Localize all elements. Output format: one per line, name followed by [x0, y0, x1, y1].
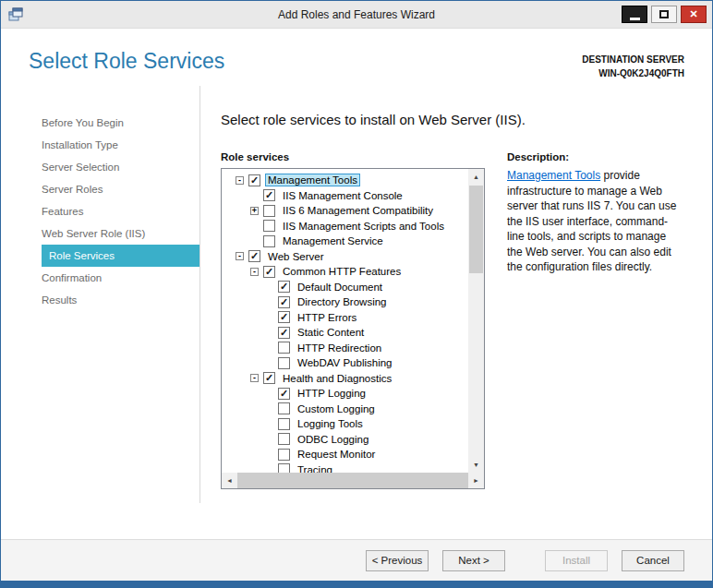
tree-item-management-tools[interactable]: - ✓ Management Tools [222, 173, 468, 188]
expander-icon[interactable]: - [250, 374, 259, 382]
checkbox[interactable]: ✓ [248, 174, 260, 186]
sidebar-item-role-services[interactable]: Role Services [42, 245, 199, 267]
tree-item-label: IIS 6 Management Compatibility [280, 204, 436, 217]
tree-item-default-document[interactable]: ✓ Default Document [222, 280, 468, 295]
page-title: Select Role Services [29, 49, 224, 80]
wizard-window: Add Roles and Features Wizard ✕ Select R… [0, 0, 713, 588]
sidebar-item-web-server-role-iis[interactable]: Web Server Role (IIS) [42, 222, 199, 245]
tree-item-http-redirection[interactable]: HTTP Redirection [222, 341, 468, 356]
horizontal-scrollbar-thumb[interactable] [237, 473, 468, 488]
scroll-left-icon[interactable]: ◄ [222, 473, 237, 488]
tree-item-label: Logging Tools [295, 417, 366, 430]
tree-item-http-errors[interactable]: ✓ HTTP Errors [222, 310, 468, 326]
window-controls: ✕ [622, 6, 707, 23]
expander-icon[interactable]: - [236, 252, 244, 260]
checkbox[interactable] [278, 402, 290, 414]
checkbox[interactable]: ✓ [278, 327, 290, 339]
expander-icon[interactable]: - [236, 176, 244, 185]
checkbox[interactable] [278, 357, 290, 369]
main-content: Select role services to install on Web S… [200, 86, 712, 503]
tree-item-request-monitor[interactable]: Request Monitor [222, 447, 468, 462]
tree-item-web-server[interactable]: - ✓ Web Server [222, 249, 468, 265]
checkbox[interactable]: ✓ [278, 296, 290, 308]
tree-item-odbc-logging[interactable]: ODBC Logging [222, 432, 468, 448]
tree-item-iis-6-management-compatibility[interactable]: + IIS 6 Management Compatibility [222, 203, 468, 219]
checkbox[interactable]: ✓ [263, 189, 275, 201]
next-button[interactable]: Next > [442, 550, 505, 571]
checkbox[interactable]: ✓ [263, 266, 275, 278]
tree-item-label: Directory Browsing [295, 295, 390, 308]
management-tools-link[interactable]: Management Tools [507, 169, 600, 182]
sidebar-item-server-roles[interactable]: Server Roles [42, 178, 199, 200]
role-services-tree[interactable]: - ✓ Management Tools ✓ IIS Management Co… [221, 168, 485, 489]
page-instruction: Select role services to install on Web S… [221, 112, 684, 127]
tree-item-tracing[interactable]: Tracing [222, 462, 468, 474]
sidebar-item-features[interactable]: Features [42, 200, 199, 222]
horizontal-scrollbar[interactable]: ◄ ► [222, 473, 484, 488]
tree-item-http-logging[interactable]: ✓ HTTP Logging [222, 386, 468, 402]
tree-item-label: Static Content [295, 326, 367, 339]
checkbox[interactable] [278, 463, 290, 473]
minimize-button[interactable] [622, 6, 647, 23]
checkbox[interactable] [263, 235, 275, 247]
tree-item-label: HTTP Redirection [295, 342, 384, 354]
tree-item-label: Web Server [265, 250, 327, 263]
sidebar-item-server-selection[interactable]: Server Selection [42, 156, 199, 178]
tree-item-label: Tracing [295, 463, 335, 473]
tree-item-custom-logging[interactable]: Custom Logging [222, 402, 468, 417]
tree-item-iis-management-scripts-and-tools[interactable]: IIS Management Scripts and Tools [222, 219, 468, 234]
scroll-up-icon[interactable]: ▲ [468, 169, 484, 185]
close-button[interactable]: ✕ [681, 6, 707, 23]
checkbox[interactable]: ✓ [263, 372, 275, 384]
description-body: provide infrastructure to manage a Web s… [507, 169, 676, 273]
titlebar: Add Roles and Features Wizard ✕ [1, 1, 712, 29]
scroll-right-icon[interactable]: ► [468, 473, 484, 488]
destination-server-name: WIN-Q0K2J4Q0FTH [582, 67, 684, 81]
tree-item-static-content[interactable]: ✓ Static Content [222, 325, 468, 341]
checkbox[interactable]: ✓ [278, 281, 290, 293]
checkbox[interactable] [263, 205, 275, 217]
tree-item-label: HTTP Errors [295, 311, 359, 324]
tree-item-common-http-features[interactable]: - ✓ Common HTTP Features [222, 264, 468, 280]
wizard-body: Before You BeginInstallation TypeServer … [1, 86, 712, 503]
tree-item-directory-browsing[interactable]: ✓ Directory Browsing [222, 294, 468, 310]
checkbox[interactable] [278, 449, 290, 461]
expander-icon[interactable]: - [250, 268, 259, 276]
role-services-tree-rows: - ✓ Management Tools ✓ IIS Management Co… [222, 169, 468, 473]
sidebar-item-confirmation[interactable]: Confirmation [42, 267, 199, 289]
scroll-down-icon[interactable]: ▼ [468, 457, 484, 473]
vertical-scrollbar-thumb[interactable] [469, 186, 483, 273]
tree-item-label: IIS Management Console [280, 189, 405, 202]
checkbox[interactable]: ✓ [278, 388, 290, 400]
sidebar-item-installation-type[interactable]: Installation Type [42, 134, 199, 156]
tree-item-logging-tools[interactable]: Logging Tools [222, 416, 468, 432]
checkbox[interactable]: ✓ [278, 311, 290, 323]
window-title: Add Roles and Features Wizard [1, 1, 712, 29]
tree-item-iis-management-console[interactable]: ✓ IIS Management Console [222, 188, 468, 204]
role-services-column: Role services - ✓ Management Tools ✓ IIS… [221, 151, 485, 489]
tree-item-management-service[interactable]: Management Service [222, 234, 468, 249]
checkbox[interactable]: ✓ [248, 250, 260, 262]
cancel-button[interactable]: Cancel [622, 550, 684, 571]
previous-button[interactable]: < Previous [366, 550, 429, 571]
tree-item-webdav-publishing[interactable]: WebDAV Publishing [222, 355, 468, 371]
sidebar-item-results[interactable]: Results [42, 289, 199, 311]
wizard-footer: < Previous Next > Install Cancel [1, 539, 712, 581]
checkbox[interactable] [278, 433, 290, 445]
tree-item-health-and-diagnostics[interactable]: - ✓ Health and Diagnostics [222, 371, 468, 387]
close-icon: ✕ [689, 8, 697, 20]
tree-item-label: Management Service [280, 234, 386, 247]
tree-item-label: HTTP Logging [295, 387, 369, 400]
maximize-button[interactable] [651, 6, 677, 23]
description-heading: Description: [507, 151, 684, 162]
expander-icon[interactable]: + [250, 207, 259, 215]
checkbox[interactable] [278, 418, 290, 430]
checkbox[interactable] [263, 220, 275, 232]
install-button[interactable]: Install [545, 550, 608, 571]
tree-item-label: Health and Diagnostics [280, 372, 394, 385]
vertical-scrollbar[interactable]: ▲ ▼ [468, 169, 484, 473]
destination-server-label: DESTINATION SERVER [582, 54, 684, 67]
sidebar-item-before-you-begin[interactable]: Before You Begin [42, 112, 199, 134]
checkbox[interactable] [278, 342, 290, 354]
description-text: Management Tools provide infrastructure … [507, 168, 684, 275]
